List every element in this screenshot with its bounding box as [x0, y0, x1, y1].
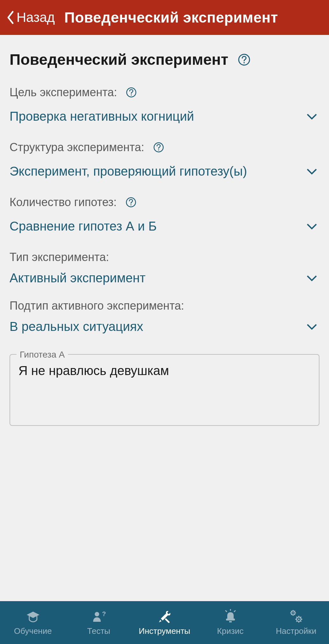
nav-label: Инструменты [139, 626, 190, 636]
dropdown-value: Проверка негативных когниций [10, 109, 194, 124]
dropdown-value: В реальных ситуациях [10, 319, 143, 334]
nav-item-crisis[interactable]: Кризис [197, 601, 263, 644]
chevron-left-icon [6, 10, 15, 24]
page-title: Поведенческий эксперимент [10, 51, 228, 68]
tests-icon: ? [91, 609, 106, 624]
help-icon[interactable] [126, 87, 137, 98]
field-subtype: Подтип активного эксперимента: В реальны… [10, 299, 319, 335]
field-label: Структура эксперимента: [10, 141, 144, 154]
svg-point-7 [130, 204, 131, 205]
bottom-nav: Обучение ? Тесты Инструменты Кризис [0, 601, 329, 644]
dropdown-value: Эксперимент, проверяющий гипотезу(ы) [10, 164, 247, 178]
nav-item-tests[interactable]: ? Тесты [66, 601, 132, 644]
field-label: Количество гипотез: [10, 196, 117, 209]
svg-point-14 [292, 612, 294, 614]
hypothesis-a-field: Гипотеза А [10, 354, 319, 426]
svg-point-16 [298, 619, 299, 620]
hypothesis-a-input[interactable] [18, 364, 311, 402]
nav-label: Кризис [217, 626, 244, 636]
chevron-down-icon [306, 323, 318, 330]
goal-dropdown[interactable]: Проверка негативных когниций [10, 108, 319, 125]
app-header: Назад Поведенческий эксперимент [0, 0, 329, 35]
field-label: Цель эксперимента: [10, 86, 117, 99]
nav-item-education[interactable]: Обучение [0, 601, 66, 644]
chevron-down-icon [306, 168, 318, 175]
nav-item-settings[interactable]: Настройки [263, 601, 329, 644]
svg-rect-11 [226, 619, 235, 621]
help-icon[interactable] [238, 53, 250, 66]
tools-icon [157, 609, 172, 624]
svg-rect-12 [229, 621, 232, 622]
field-type: Тип эксперимента: Активный эксперимент [10, 251, 319, 286]
back-button[interactable]: Назад [6, 10, 55, 25]
header-title: Поведенческий эксперимент [64, 9, 278, 26]
subtype-dropdown[interactable]: В реальных ситуациях [10, 318, 319, 335]
field-goal: Цель эксперимента: Проверка негативных к… [10, 86, 319, 125]
field-hypothesis-count: Количество гипотез: Сравнение гипотез А … [10, 196, 319, 235]
structure-dropdown[interactable]: Эксперимент, проверяющий гипотезу(ы) [10, 163, 319, 180]
nav-label: Настройки [276, 626, 317, 636]
settings-icon [289, 609, 304, 624]
nav-item-tools[interactable]: Инструменты [132, 601, 197, 644]
nav-label: Обучение [14, 626, 52, 636]
dropdown-value: Активный эксперимент [10, 271, 146, 285]
svg-point-1 [243, 62, 245, 63]
chevron-down-icon [306, 113, 318, 120]
field-label: Тип эксперимента: [10, 251, 109, 264]
education-icon [25, 609, 41, 624]
help-icon[interactable] [153, 142, 164, 153]
hypothesis-count-dropdown[interactable]: Сравнение гипотез А и Б [10, 218, 319, 235]
svg-text:?: ? [102, 610, 106, 617]
back-label: Назад [17, 10, 55, 25]
textarea-legend: Гипотеза А [17, 350, 68, 360]
nav-label: Тесты [87, 626, 110, 636]
help-icon[interactable] [126, 197, 136, 208]
svg-point-5 [158, 149, 159, 150]
chevron-down-icon [306, 275, 318, 282]
crisis-icon [223, 609, 238, 624]
dropdown-value: Сравнение гипотез А и Б [10, 219, 157, 233]
field-label: Подтип активного эксперимента: [10, 299, 184, 312]
content-area: Поведенческий эксперимент Цель экспериме… [0, 35, 329, 601]
svg-point-3 [131, 94, 132, 95]
svg-point-8 [95, 612, 99, 616]
field-structure: Структура эксперимента: Эксперимент, про… [10, 141, 319, 180]
type-dropdown[interactable]: Активный эксперимент [10, 270, 319, 286]
svg-rect-10 [165, 618, 170, 623]
chevron-down-icon [306, 223, 318, 230]
